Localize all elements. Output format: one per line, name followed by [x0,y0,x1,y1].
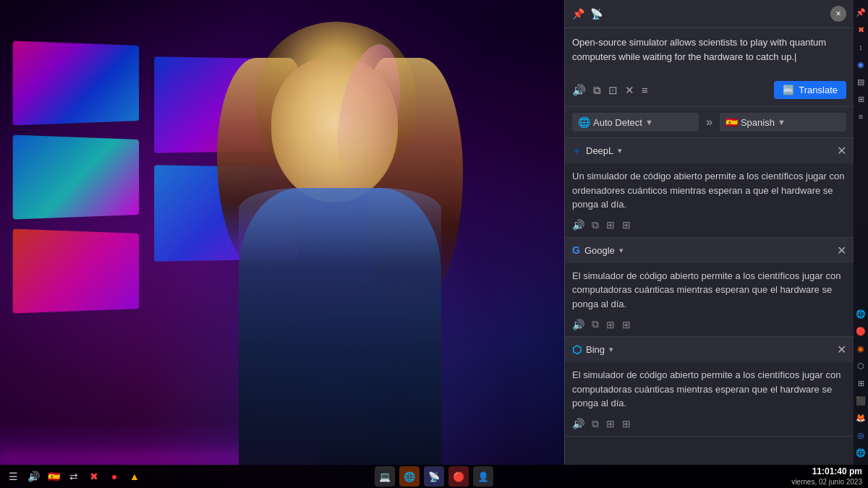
sidebar-icon-2[interactable]: ↕ [854,40,867,53]
target-flag: 🇪🇸 [726,116,738,128]
input-toolbar-left: 🔊 ⧉ ⊡ ✕ ≡ [572,84,648,97]
sidebar-icon-6[interactable]: ≡ [854,110,867,123]
google-result-footer: 🔊 ⧉ ⊞ ⊞ [565,315,854,336]
google-result-text: El simulador de código abierto permite a… [565,263,854,316]
sidebar-icon-4[interactable]: ▤ [854,75,867,88]
clock: 11:01:40 pm viernes, 02 junio 2023 [791,466,862,487]
sidebar-icon-9[interactable]: ◉ [854,342,867,355]
sidebar-icon-firefox[interactable]: 🦊 [854,411,867,424]
deepl-result-footer: 🔊 ⧉ ⊞ ⊞ [565,216,854,237]
sidebar-icon-5[interactable]: ⊞ [854,93,867,106]
sidebar-icon-1[interactable]: ✖ [854,23,867,36]
google-collapse-button[interactable]: ✕ [837,244,846,257]
taskbar-menu-icon[interactable]: ☰ [6,469,20,484]
deepl-star-icon[interactable]: ⊞ [622,219,631,231]
google-copy-icon[interactable]: ⧉ [592,318,599,330]
deepl-result-text: Un simulador de código abierto permite a… [565,163,854,216]
bing-collapse-button[interactable]: ✕ [837,343,846,356]
taskbar-red-icon[interactable]: ● [107,469,122,484]
wifi-icon[interactable]: 📡 [590,8,603,20]
deepl-result-block: ✦ DeepL ▾ ✕ Un simulador de código abier… [565,138,854,238]
audio-icon[interactable]: 🔊 [572,84,586,97]
source-language-label: Auto Detect [593,117,642,128]
translate-panel: 📌 📡 × Open-source simulator allows scien… [564,0,854,465]
deepl-collapse-button[interactable]: ✕ [837,144,846,158]
target-language-select[interactable]: 🇪🇸 Spanish ▼ [720,113,846,132]
input-text[interactable]: Open-source simulator allows scientists … [572,35,846,75]
sidebar-icon-10[interactable]: ⬡ [854,359,867,372]
google-star-icon[interactable]: ⊞ [622,319,631,330]
deepl-dropdown-arrow[interactable]: ▾ [618,146,622,155]
edit-icon[interactable]: ⊡ [608,84,618,97]
taskbar-left: ☰ 🔊 🇪🇸 ⇄ ✖ ● ▲ [6,469,142,484]
translate-label: Translate [799,85,838,95]
deepl-icon: ✦ [572,145,582,158]
bing-icon: ⬡ [572,343,582,356]
target-dropdown-arrow: ▼ [778,118,786,127]
bing-copy-icon[interactable]: ⧉ [592,418,599,430]
deepl-add-icon[interactable]: ⊞ [606,219,615,231]
right-sidebar: 📌 ✖ ↕ ◉ ▤ ⊞ ≡ 🌐 🔴 ◉ ⬡ ⊞ ⬛ 🦊 ◎ 🌐 [854,0,868,465]
bing-add-icon[interactable]: ⊞ [606,418,615,429]
source-language-select[interactable]: 🌐 Auto Detect ▼ [572,113,699,132]
copy-icon[interactable]: ⧉ [593,84,601,97]
google-result-header[interactable]: G Google ▾ ✕ [565,238,854,263]
sidebar-icon-chrome[interactable]: ◎ [854,429,867,442]
lines-icon[interactable]: ≡ [642,84,648,96]
taskbar-flag-icon[interactable]: 🇪🇸 [46,469,61,484]
bing-audio-icon[interactable]: 🔊 [572,418,584,429]
taskbar-center-icon-4[interactable]: 🔴 [448,466,469,487]
sidebar-icon-7[interactable]: 🌐 [854,307,867,320]
sidebar-icon-12[interactable]: ⬛ [854,394,867,407]
clock-date: viernes, 02 junio 2023 [791,477,862,487]
bing-header-left: ⬡ Bing ▾ [572,343,613,356]
sidebar-icon-pin[interactable]: 📌 [854,6,867,19]
bing-label: Bing [586,344,605,355]
translate-button[interactable]: 🔤 Translate [774,81,846,99]
deepl-label: DeepL [586,145,613,156]
taskbar-right: 11:01:40 pm viernes, 02 junio 2023 [791,466,862,487]
deepl-audio-icon[interactable]: 🔊 [572,219,584,231]
google-label: Google [584,245,615,256]
taskbar-volume-icon[interactable]: 🔊 [26,469,41,484]
deepl-header-left: ✦ DeepL ▾ [572,145,622,158]
sidebar-icon-14[interactable]: 🌐 [854,446,867,459]
sidebar-icon-8[interactable]: 🔴 [854,325,867,338]
clock-time: 11:01:40 pm [791,466,862,478]
taskbar-center-icon-5[interactable]: 👤 [473,466,493,487]
taskbar-triangle-icon[interactable]: ▲ [127,469,142,484]
bing-result-text: El simulador de código abierto permite a… [565,362,854,415]
google-result-block: G Google ▾ ✕ El simulador de código abie… [565,238,854,338]
source-flag: 🌐 [578,116,590,128]
target-language-label: Spanish [741,117,775,128]
google-icon: G [572,244,580,256]
sidebar-icon-11[interactable]: ⊞ [854,377,867,390]
swap-languages-button[interactable]: » [703,116,715,129]
deepl-copy-icon[interactable]: ⧉ [592,219,599,231]
google-add-icon[interactable]: ⊞ [606,319,615,330]
bing-dropdown-arrow[interactable]: ▾ [609,345,613,354]
deepl-result-header[interactable]: ✦ DeepL ▾ ✕ [565,138,854,163]
google-audio-icon[interactable]: 🔊 [572,319,584,330]
close-button[interactable]: × [830,6,846,22]
taskbar: ☰ 🔊 🇪🇸 ⇄ ✖ ● ▲ 💻 🌐 📡 🔴 👤 11:01:40 pm vie… [0,465,868,488]
pin-icon[interactable]: 📌 [572,8,584,20]
bing-result-header[interactable]: ⬡ Bing ▾ ✕ [565,337,854,362]
bing-star-icon[interactable]: ⊞ [622,418,631,429]
taskbar-center-icon-3[interactable]: 📡 [424,466,444,487]
taskbar-switch-icon[interactable]: ⇄ [67,469,81,484]
language-row: 🌐 Auto Detect ▼ » 🇪🇸 Spanish ▼ [565,107,854,138]
sidebar-icon-3[interactable]: ◉ [854,58,867,71]
taskbar-center: 💻 🌐 📡 🔴 👤 [375,466,493,487]
close-text-icon[interactable]: ✕ [625,84,634,97]
taskbar-close-icon[interactable]: ✖ [87,469,101,484]
input-toolbar: 🔊 ⧉ ⊡ ✕ ≡ 🔤 Translate [572,81,846,99]
taskbar-center-icon-2[interactable]: 🌐 [399,466,420,487]
results-area: ✦ DeepL ▾ ✕ Un simulador de código abier… [565,138,854,465]
panel-header-left: 📌 📡 [572,8,603,20]
taskbar-center-icon-1[interactable]: 💻 [375,466,395,487]
panel-header: 📌 📡 × [565,0,854,28]
bing-result-block: ⬡ Bing ▾ ✕ El simulador de código abiert… [565,337,854,437]
google-dropdown-arrow[interactable]: ▾ [619,246,624,255]
bing-result-footer: 🔊 ⧉ ⊞ ⊞ [565,415,854,436]
